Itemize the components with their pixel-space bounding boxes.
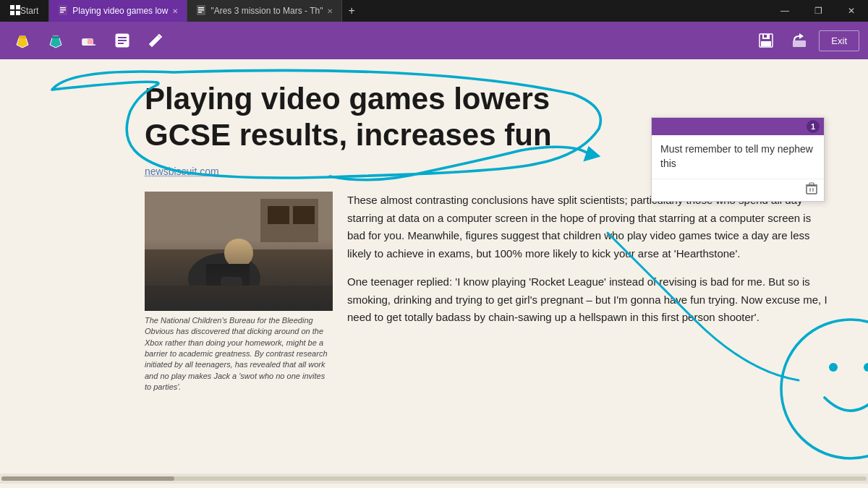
minimize-button[interactable]: —: [768, 0, 801, 22]
sticky-note: 1 Must remember to tell my nephew this: [651, 117, 825, 202]
article-para1: These almost contrasting conclusions hav…: [347, 192, 832, 263]
tab2-icon: [196, 5, 206, 17]
svg-point-34: [224, 239, 253, 267]
svg-rect-6: [60, 9, 66, 11]
svg-rect-7: [60, 12, 64, 13]
scrollbar-track: [1, 476, 867, 481]
article-para2: One teenager replied: 'I know playing 'R…: [347, 273, 832, 327]
svg-rect-36: [221, 277, 242, 288]
share-button[interactable]: [786, 27, 813, 54]
svg-point-46: [864, 363, 868, 372]
scrollbar-area[interactable]: [0, 474, 868, 484]
article-image-inner: [145, 192, 333, 311]
sticky-note-badge: 1: [807, 120, 820, 133]
svg-rect-32: [293, 206, 315, 224]
svg-rect-2: [10, 11, 14, 15]
svg-rect-20: [118, 37, 127, 38]
article-caption: The National Children's Bureau for the B…: [145, 315, 333, 393]
tab2-close-button[interactable]: ✕: [327, 7, 333, 15]
title-bar: Start Playing video games low ✕ "Ares 3 …: [0, 0, 868, 22]
draw-button[interactable]: [142, 27, 169, 54]
active-tab[interactable]: Playing video games low ✕: [49, 0, 187, 22]
svg-rect-13: [19, 36, 26, 38]
sticky-note-body: Must remember to tell my nephew this: [652, 135, 824, 179]
svg-rect-10: [198, 9, 204, 11]
article-image: [145, 192, 333, 311]
svg-rect-22: [118, 43, 124, 44]
svg-rect-26: [761, 41, 771, 46]
teal-highlighter-button[interactable]: [42, 27, 69, 54]
close-button[interactable]: ✕: [835, 0, 868, 22]
svg-rect-37: [145, 286, 333, 311]
svg-rect-11: [198, 12, 202, 13]
svg-rect-38: [807, 186, 817, 194]
article-title: Playing video games lowers GCSE results,…: [145, 81, 608, 154]
article-body: The National Children's Bureau for the B…: [145, 192, 832, 393]
exit-button[interactable]: Exit: [819, 30, 859, 51]
tab2-label: "Ares 3 mission to Mars - Th": [210, 6, 323, 16]
content-area: Playing video games lowers GCSE results,…: [0, 59, 868, 474]
new-tab-button[interactable]: +: [342, 0, 360, 22]
svg-rect-25: [764, 35, 767, 38]
tabs-container: Start Playing video games low ✕ "Ares 3 …: [0, 0, 361, 22]
svg-rect-9: [198, 7, 204, 9]
svg-rect-21: [118, 40, 127, 41]
svg-rect-27: [793, 40, 806, 47]
article-left: The National Children's Bureau for the B…: [145, 192, 333, 393]
start-tab[interactable]: Start: [0, 0, 49, 22]
start-icon: [10, 5, 20, 17]
sticky-note-footer: [652, 179, 824, 201]
sticky-note-text: Must remember to tell my nephew this: [660, 143, 813, 169]
article-right: These almost contrasting conclusions hav…: [347, 192, 832, 393]
scrollbar-thumb[interactable]: [1, 476, 174, 481]
yellow-highlighter-button[interactable]: [9, 27, 36, 54]
window-controls: — ❐ ✕: [768, 0, 868, 22]
svg-point-33: [188, 253, 260, 304]
start-label: Start: [20, 6, 38, 16]
svg-rect-35: [206, 264, 250, 293]
sticky-note-header: 1: [652, 118, 824, 135]
svg-rect-17: [88, 39, 93, 45]
svg-rect-40: [809, 183, 814, 185]
save-button[interactable]: [752, 27, 780, 54]
svg-rect-15: [52, 36, 59, 38]
delete-note-button[interactable]: [805, 182, 818, 198]
maximize-button[interactable]: ❐: [801, 0, 835, 22]
tab-close-button[interactable]: ✕: [172, 7, 178, 15]
toolbar-right-tools: Exit: [752, 27, 859, 54]
svg-rect-5: [60, 7, 66, 9]
toolbar-tools: [9, 27, 169, 54]
toolbar: Exit: [0, 22, 868, 59]
tab-label: Playing video games low: [72, 6, 168, 16]
second-tab[interactable]: "Ares 3 mission to Mars - Th" ✕: [187, 0, 342, 22]
svg-rect-31: [268, 206, 289, 224]
tab-icon: [58, 5, 68, 17]
sticky-note-button[interactable]: [109, 27, 136, 54]
eraser-button[interactable]: [75, 27, 103, 54]
svg-rect-0: [10, 5, 14, 9]
